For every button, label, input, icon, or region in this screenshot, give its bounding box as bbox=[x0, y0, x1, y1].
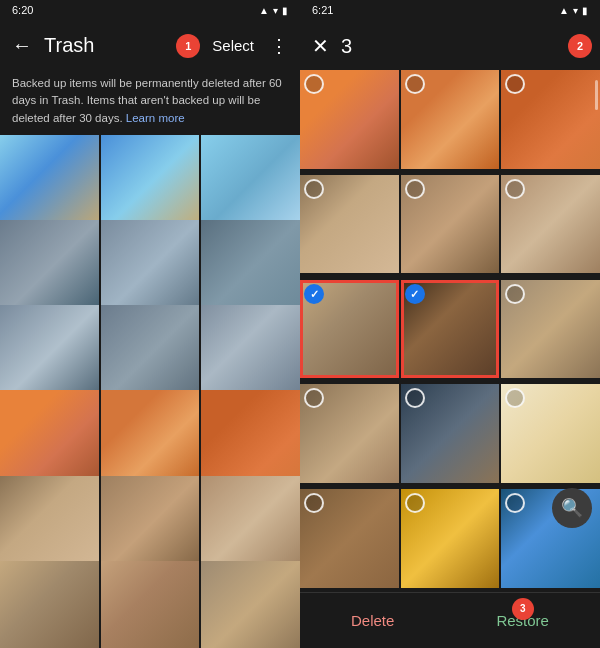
left-status-icons: ▲ ▾ ▮ bbox=[259, 5, 288, 16]
grid-item[interactable] bbox=[201, 305, 300, 404]
grid-item[interactable] bbox=[300, 384, 399, 483]
wifi-icon: ▾ bbox=[573, 5, 578, 16]
grid-item[interactable] bbox=[101, 220, 200, 319]
grid-item[interactable] bbox=[0, 561, 99, 648]
right-status-icons: ▲ ▾ ▮ bbox=[559, 5, 588, 16]
grid-item[interactable] bbox=[101, 561, 200, 648]
scroll-indicator bbox=[595, 80, 598, 110]
grid-item[interactable] bbox=[300, 489, 399, 588]
selection-count: 3 bbox=[341, 35, 560, 58]
grid-item[interactable] bbox=[401, 384, 500, 483]
restore-badge: 3 bbox=[512, 598, 534, 620]
zoom-fab-button[interactable]: 🔍 bbox=[552, 488, 592, 528]
back-button[interactable]: ← bbox=[8, 30, 36, 61]
select-button[interactable]: Select bbox=[208, 33, 258, 58]
grid-item[interactable] bbox=[101, 135, 200, 234]
select-circle[interactable] bbox=[505, 388, 525, 408]
header-badge: 1 bbox=[176, 34, 200, 58]
battery-icon: ▮ bbox=[282, 5, 288, 16]
grid-item[interactable] bbox=[501, 175, 600, 274]
grid-item[interactable] bbox=[101, 476, 200, 575]
grid-item[interactable] bbox=[0, 220, 99, 319]
grid-item[interactable] bbox=[201, 135, 300, 234]
grid-item[interactable] bbox=[0, 390, 99, 489]
selection-badge: 2 bbox=[493, 280, 499, 286]
select-circle[interactable] bbox=[405, 493, 425, 513]
signal-icon: ▲ bbox=[559, 5, 569, 16]
selected-grid-item[interactable] bbox=[300, 280, 399, 379]
select-circle[interactable] bbox=[505, 284, 525, 304]
battery-icon: ▮ bbox=[582, 5, 588, 16]
info-text-block: Backed up items will be permanently dele… bbox=[0, 69, 300, 135]
select-circle[interactable] bbox=[405, 74, 425, 94]
select-circle[interactable] bbox=[505, 493, 525, 513]
bottom-action-bar: Delete 3 Restore bbox=[300, 592, 600, 648]
zoom-icon: 🔍 bbox=[561, 497, 583, 519]
grid-item[interactable] bbox=[0, 305, 99, 404]
grid-item[interactable] bbox=[201, 561, 300, 648]
trash-title: Trash bbox=[44, 34, 168, 57]
left-photo-grid bbox=[0, 135, 300, 648]
left-panel: 6:20 ▲ ▾ ▮ ← Trash 1 Select ⋮ Backed up … bbox=[0, 0, 300, 648]
restore-wrap: 3 Restore bbox=[472, 604, 573, 637]
more-options-icon[interactable]: ⋮ bbox=[266, 31, 292, 61]
select-circle-checked[interactable] bbox=[304, 284, 324, 304]
select-circle[interactable] bbox=[405, 179, 425, 199]
right-time: 6:21 bbox=[312, 4, 333, 16]
wifi-icon: ▾ bbox=[273, 5, 278, 16]
grid-item[interactable] bbox=[401, 489, 500, 588]
select-circle[interactable] bbox=[304, 388, 324, 408]
selected-grid-item[interactable]: 2 bbox=[401, 280, 500, 379]
right-header-badge: 2 bbox=[568, 34, 592, 58]
select-circle[interactable] bbox=[505, 74, 525, 94]
grid-item[interactable] bbox=[201, 390, 300, 489]
grid-item[interactable] bbox=[300, 70, 399, 169]
right-panel: 6:21 ▲ ▾ ▮ ✕ 3 2 bbox=[300, 0, 600, 648]
delete-button[interactable]: Delete bbox=[327, 604, 418, 637]
right-header: ✕ 3 2 bbox=[300, 18, 600, 70]
grid-item[interactable] bbox=[401, 70, 500, 169]
grid-item[interactable] bbox=[0, 476, 99, 575]
learn-more-link[interactable]: Learn more bbox=[126, 112, 185, 124]
grid-item[interactable] bbox=[501, 384, 600, 483]
grid-item[interactable] bbox=[300, 175, 399, 274]
grid-item[interactable] bbox=[201, 476, 300, 575]
grid-item[interactable] bbox=[101, 390, 200, 489]
grid-item[interactable] bbox=[0, 135, 99, 234]
left-header: ← Trash 1 Select ⋮ bbox=[0, 18, 300, 69]
select-circle-checked[interactable] bbox=[405, 284, 425, 304]
select-circle[interactable] bbox=[304, 493, 324, 513]
grid-item[interactable] bbox=[501, 70, 600, 169]
signal-icon: ▲ bbox=[259, 5, 269, 16]
grid-item[interactable] bbox=[401, 175, 500, 274]
right-status-bar: 6:21 ▲ ▾ ▮ bbox=[300, 0, 600, 18]
grid-item[interactable] bbox=[101, 305, 200, 404]
select-circle[interactable] bbox=[304, 179, 324, 199]
grid-item[interactable] bbox=[201, 220, 300, 319]
select-circle[interactable] bbox=[304, 74, 324, 94]
select-circle[interactable] bbox=[505, 179, 525, 199]
grid-item[interactable] bbox=[501, 280, 600, 379]
left-time: 6:20 bbox=[12, 4, 33, 16]
left-status-bar: 6:20 ▲ ▾ ▮ bbox=[0, 0, 300, 18]
right-photo-grid: 2 🔍 bbox=[300, 70, 600, 592]
close-button[interactable]: ✕ bbox=[308, 30, 333, 62]
select-circle[interactable] bbox=[405, 388, 425, 408]
badge-wrap: 2 bbox=[568, 34, 592, 58]
